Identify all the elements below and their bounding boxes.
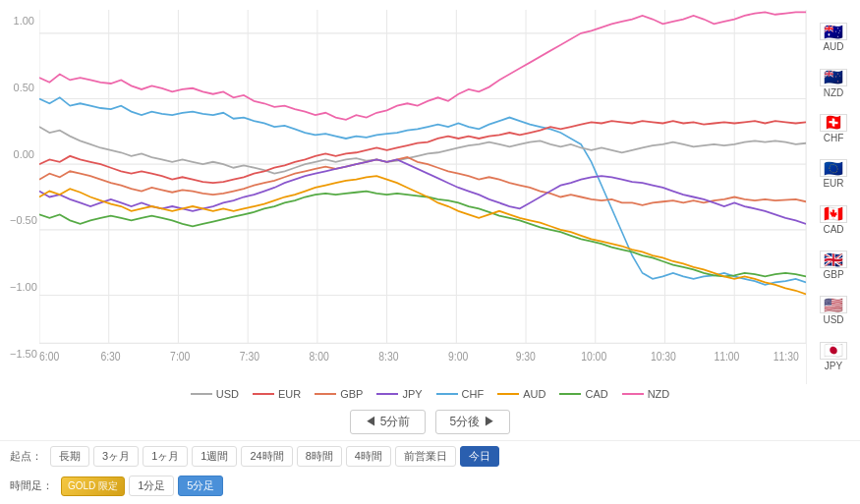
- svg-text:10:30: 10:30: [651, 351, 676, 364]
- flag-sidebar: 🇦🇺 AUD 🇳🇿 NZD 🇨🇭 CHF 🇪🇺 EUR 🇨🇦 CAD 🇬🇧: [806, 10, 860, 384]
- svg-text:7:30: 7:30: [240, 351, 259, 364]
- jpy-line: [39, 159, 806, 223]
- y-label-4: −0.50: [10, 214, 34, 226]
- legend-gbp: GBP: [315, 388, 363, 400]
- legend-eur-label: EUR: [278, 388, 301, 400]
- y-label-3: 0.00: [10, 148, 34, 160]
- usd-flag-label: USD: [823, 314, 843, 325]
- period-4h[interactable]: 4時間: [346, 446, 391, 467]
- tf-1min[interactable]: 1分足: [129, 476, 174, 496]
- eur-line: [39, 121, 806, 183]
- gbp-flag-icon: 🇬🇧: [820, 251, 847, 268]
- flag-nzd[interactable]: 🇳🇿 NZD: [815, 69, 852, 98]
- legend-usd-label: USD: [216, 388, 239, 400]
- prev-button[interactable]: ◀ 5分前: [350, 410, 425, 434]
- svg-text:7:00: 7:00: [170, 351, 190, 364]
- eur-flag-label: EUR: [823, 178, 843, 189]
- eur-flag-icon: 🇪🇺: [820, 159, 847, 177]
- legend-gbp-label: GBP: [340, 388, 363, 400]
- svg-text:11:00: 11:00: [714, 351, 739, 364]
- svg-text:8:30: 8:30: [378, 351, 398, 364]
- period-1week[interactable]: 1週間: [192, 446, 237, 467]
- usd-flag-icon: 🇺🇸: [820, 296, 847, 313]
- legend-cad-label: CAD: [585, 388, 607, 400]
- y-label-1: 1.00: [10, 15, 34, 27]
- aud-orange-line: [39, 176, 806, 294]
- period-label: 起点：: [10, 449, 42, 464]
- svg-text:8:00: 8:00: [310, 351, 329, 364]
- period-3month[interactable]: 3ヶ月: [93, 446, 139, 467]
- period-24h[interactable]: 24時間: [241, 446, 292, 467]
- chart-svg-wrapper: 6:00 6:30 7:00 7:30 8:00 8:30 9:00 9:30 …: [39, 10, 806, 384]
- flag-usd[interactable]: 🇺🇸 USD: [815, 296, 852, 325]
- chart-container: 1.00 0.50 0.00 −0.50 −1.00 −1.50: [0, 0, 860, 504]
- nzd-legend-line: [622, 393, 644, 395]
- period-1month[interactable]: 1ヶ月: [143, 446, 188, 467]
- aud-line: [39, 97, 806, 285]
- legend-chf-label: CHF: [462, 388, 485, 400]
- period-today[interactable]: 今日: [460, 446, 499, 467]
- svg-text:6:30: 6:30: [100, 351, 120, 364]
- aud-legend-line: [497, 393, 519, 395]
- usd-line: [39, 127, 806, 174]
- y-label-5: −1.00: [10, 281, 34, 293]
- legend-aud: AUD: [497, 388, 545, 400]
- legend-row: USD EUR GBP JPY CHF AUD CAD NZD: [0, 384, 860, 404]
- svg-text:9:30: 9:30: [516, 351, 536, 364]
- chart-area: 1.00 0.50 0.00 −0.50 −1.00 −1.50: [0, 10, 860, 384]
- tf-gold[interactable]: GOLD 限定: [61, 476, 125, 496]
- legend-cad: CAD: [559, 388, 607, 400]
- chf-legend-line: [436, 393, 458, 395]
- flag-aud[interactable]: 🇦🇺 AUD: [815, 23, 852, 52]
- svg-text:9:00: 9:00: [448, 351, 468, 364]
- svg-text:6:00: 6:00: [39, 351, 59, 364]
- flag-eur[interactable]: 🇪🇺 EUR: [815, 159, 852, 189]
- legend-usd: USD: [191, 388, 239, 400]
- nav-row: ◀ 5分前 5分後 ▶: [0, 404, 860, 440]
- period-row: 起点： 長期 3ヶ月 1ヶ月 1週間 24時間 8時間 4時間 前営業日 今日: [0, 440, 860, 472]
- jpy-legend-line: [376, 393, 398, 395]
- timeframe-row: 時間足： GOLD 限定 1分足 5分足: [0, 472, 860, 504]
- y-label-6: −1.50: [10, 348, 34, 360]
- y-axis: 1.00 0.50 0.00 −0.50 −1.00 −1.50: [0, 10, 39, 384]
- chf-flag-label: CHF: [824, 133, 844, 143]
- jpy-flag-icon: 🇯🇵: [820, 342, 847, 360]
- svg-text:11:30: 11:30: [774, 351, 799, 364]
- legend-nzd: NZD: [622, 388, 670, 400]
- nzd-flag-icon: 🇳🇿: [820, 69, 847, 86]
- tf-5min[interactable]: 5分足: [178, 476, 223, 496]
- flag-jpy[interactable]: 🇯🇵 JPY: [815, 342, 852, 371]
- period-8h[interactable]: 8時間: [297, 446, 342, 467]
- legend-eur: EUR: [253, 388, 301, 400]
- chart-svg: 6:00 6:30 7:00 7:30 8:00 8:30 9:00 9:30 …: [39, 10, 806, 384]
- legend-jpy: JPY: [376, 388, 422, 400]
- nzd-flag-label: NZD: [824, 87, 844, 98]
- period-prev-day[interactable]: 前営業日: [395, 446, 456, 467]
- next-button[interactable]: 5分後 ▶: [435, 410, 510, 434]
- y-label-2: 0.50: [10, 82, 34, 93]
- eur-legend-line: [253, 393, 274, 395]
- cad-line: [39, 192, 806, 277]
- aud-flag-label: AUD: [823, 41, 843, 52]
- jpy-flag-label: JPY: [825, 361, 842, 371]
- usd-legend-line: [191, 393, 212, 395]
- cad-legend-line: [559, 393, 581, 395]
- gbp-flag-label: GBP: [823, 269, 843, 280]
- cad-flag-label: CAD: [823, 224, 843, 235]
- flag-gbp[interactable]: 🇬🇧 GBP: [815, 251, 852, 280]
- chf-flag-icon: 🇨🇭: [820, 114, 847, 132]
- cad-flag-icon: 🇨🇦: [820, 205, 847, 223]
- nzd-line: [39, 12, 806, 120]
- legend-chf: CHF: [436, 388, 485, 400]
- flag-cad[interactable]: 🇨🇦 CAD: [815, 205, 852, 235]
- timeframe-label: 時間足：: [10, 478, 53, 493]
- svg-text:10:00: 10:00: [581, 351, 606, 364]
- flag-chf[interactable]: 🇨🇭 CHF: [815, 114, 852, 143]
- legend-nzd-label: NZD: [648, 388, 670, 400]
- gbp-legend-line: [315, 393, 336, 395]
- legend-aud-label: AUD: [523, 388, 545, 400]
- aud-flag-icon: 🇦🇺: [820, 23, 847, 40]
- legend-jpy-label: JPY: [402, 388, 422, 400]
- period-longterm[interactable]: 長期: [50, 446, 89, 467]
